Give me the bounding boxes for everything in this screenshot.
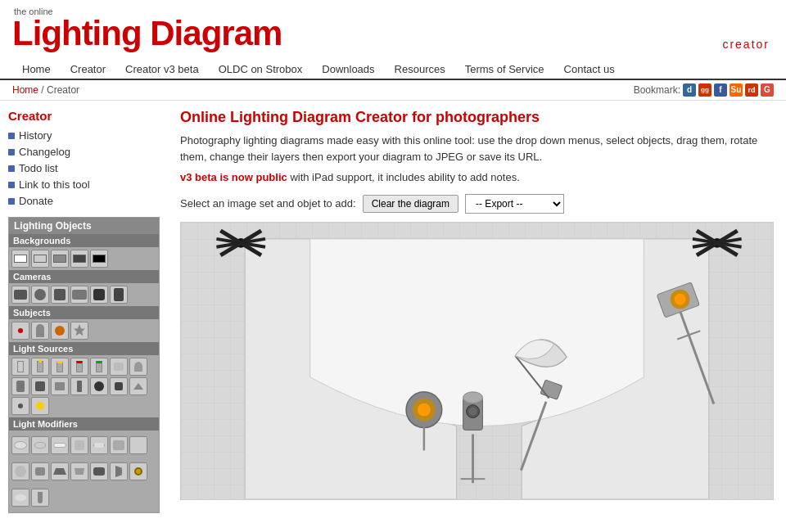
modifier-1[interactable] bbox=[11, 436, 29, 454]
bookmark-stumble[interactable]: Su bbox=[730, 83, 743, 97]
modifier-2[interactable] bbox=[31, 436, 49, 454]
light-modifiers-items bbox=[9, 431, 159, 512]
page-title: Online Lighting Diagram Creator for phot… bbox=[180, 109, 774, 126]
logo-title: Lighting Diagram bbox=[12, 16, 282, 51]
modifier-10[interactable] bbox=[51, 462, 69, 480]
modifier-3[interactable] bbox=[51, 436, 69, 454]
nav-home[interactable]: Home bbox=[12, 60, 61, 79]
lighting-panel-title: Lighting Objects bbox=[9, 218, 159, 234]
camera-item-1[interactable] bbox=[11, 286, 29, 304]
subject-item-4[interactable] bbox=[70, 322, 88, 340]
light-item-12[interactable] bbox=[90, 377, 108, 395]
nav-strobox[interactable]: OLDC on Strobox bbox=[209, 60, 313, 79]
sidebar-item-donate[interactable]: Donate bbox=[8, 195, 160, 207]
camera-item-3[interactable] bbox=[51, 286, 69, 304]
category-subjects: Subjects bbox=[9, 306, 159, 319]
controls-bar: Select an image set and objet to add: Cl… bbox=[180, 194, 774, 214]
bookmark-digg[interactable]: gg bbox=[698, 83, 711, 97]
modifier-12[interactable] bbox=[90, 462, 108, 480]
logo-diagram: Diagram bbox=[150, 14, 282, 52]
light-item-8[interactable] bbox=[11, 377, 29, 395]
main-nav: Home Creator Creator v3 beta OLDC on Str… bbox=[12, 55, 774, 79]
light-item-14[interactable] bbox=[129, 377, 147, 395]
clear-diagram-button[interactable]: Clear the diagram bbox=[363, 195, 458, 213]
header: the online Lighting Diagram creator Home… bbox=[0, 0, 786, 80]
light-item-10[interactable] bbox=[51, 377, 69, 395]
bg-item-2[interactable] bbox=[31, 250, 49, 268]
nav-creator-v3[interactable]: Creator v3 beta bbox=[115, 60, 209, 79]
bullet-icon bbox=[8, 198, 15, 205]
light-item-15[interactable] bbox=[11, 397, 29, 415]
light-sources-items bbox=[9, 355, 159, 417]
camera-item-6[interactable] bbox=[110, 286, 128, 304]
sidebar-label-changelog: Changelog bbox=[19, 146, 70, 158]
light-item-7[interactable] bbox=[129, 358, 147, 376]
camera-item-4[interactable] bbox=[70, 286, 88, 304]
nav-resources[interactable]: Resources bbox=[385, 60, 455, 79]
sidebar-item-todo[interactable]: Todo list bbox=[8, 162, 160, 174]
bg-item-1[interactable] bbox=[11, 250, 29, 268]
sidebar-label-todo: Todo list bbox=[19, 162, 58, 174]
light-item-13[interactable] bbox=[110, 377, 128, 395]
nav-tos[interactable]: Terms of Service bbox=[455, 60, 554, 79]
bookmark-facebook[interactable]: f bbox=[714, 83, 727, 97]
bg-item-5[interactable] bbox=[90, 250, 108, 268]
svg-point-27 bbox=[418, 403, 431, 416]
light-item-1[interactable] bbox=[11, 358, 29, 376]
category-backgrounds: Backgrounds bbox=[9, 234, 159, 247]
sidebar-label-donate: Donate bbox=[19, 195, 53, 207]
bullet-icon bbox=[8, 165, 15, 172]
diagram-svg bbox=[181, 223, 773, 499]
bg-item-4[interactable] bbox=[70, 250, 88, 268]
export-select[interactable]: -- Export --Export to JPEGSave URL bbox=[465, 194, 564, 214]
bullet-icon bbox=[8, 149, 15, 156]
sidebar-item-changelog[interactable]: Changelog bbox=[8, 146, 160, 158]
bookmark-delicious[interactable]: d bbox=[683, 83, 696, 97]
breadcrumb-current: Creator bbox=[47, 84, 79, 96]
light-item-6[interactable] bbox=[110, 358, 128, 376]
light-item-16[interactable] bbox=[31, 397, 49, 415]
modifier-13[interactable] bbox=[110, 462, 128, 480]
light-item-11[interactable] bbox=[70, 377, 88, 395]
light-item-2[interactable] bbox=[31, 358, 49, 376]
select-label: Select an image set and objet to add: bbox=[180, 197, 356, 210]
light-item-4[interactable] bbox=[70, 358, 88, 376]
category-cameras: Cameras bbox=[9, 270, 159, 283]
nav-creator[interactable]: Creator bbox=[61, 60, 115, 79]
modifier-11[interactable] bbox=[70, 462, 88, 480]
modifier-15[interactable] bbox=[11, 489, 29, 507]
bookmark-google[interactable]: G bbox=[761, 83, 774, 97]
subjects-items bbox=[9, 319, 159, 342]
modifier-8[interactable] bbox=[11, 462, 29, 480]
modifier-14[interactable] bbox=[129, 462, 147, 480]
modifier-9[interactable] bbox=[31, 462, 49, 480]
diagram-canvas[interactable] bbox=[180, 222, 774, 500]
subject-item-2[interactable] bbox=[31, 322, 49, 340]
bullet-icon bbox=[8, 133, 15, 139]
nav-downloads[interactable]: Downloads bbox=[312, 60, 384, 79]
sidebar-item-history[interactable]: History bbox=[8, 129, 160, 142]
modifier-5[interactable] bbox=[90, 436, 108, 454]
description-2: with iPad support, it includes ability t… bbox=[290, 171, 519, 183]
modifier-16[interactable] bbox=[31, 489, 49, 507]
light-item-5[interactable] bbox=[90, 358, 108, 376]
modifier-6[interactable] bbox=[110, 436, 128, 454]
main-content: Creator History Changelog Todo list Link… bbox=[0, 101, 786, 521]
breadcrumb-home[interactable]: Home bbox=[12, 84, 38, 96]
bookmark-label: Bookmark: bbox=[634, 84, 680, 96]
nav-contact[interactable]: Contact us bbox=[554, 60, 625, 79]
light-item-9[interactable] bbox=[31, 377, 49, 395]
modifier-4[interactable] bbox=[70, 436, 88, 454]
bookmark-reddit[interactable]: rd bbox=[745, 83, 758, 97]
bg-item-3[interactable] bbox=[51, 250, 69, 268]
category-light-sources: Light Sources bbox=[9, 342, 159, 355]
subject-item-1[interactable] bbox=[11, 322, 29, 340]
logo-lighting: Lighting bbox=[12, 14, 150, 52]
camera-item-5[interactable] bbox=[90, 286, 108, 304]
sidebar-item-link[interactable]: Link to this tool bbox=[8, 178, 160, 191]
subject-item-3[interactable] bbox=[51, 322, 69, 340]
camera-item-2[interactable] bbox=[31, 286, 49, 304]
logo-area: the online Lighting Diagram creator bbox=[12, 7, 774, 51]
light-item-3[interactable] bbox=[51, 358, 69, 376]
modifier-7[interactable] bbox=[129, 436, 147, 454]
